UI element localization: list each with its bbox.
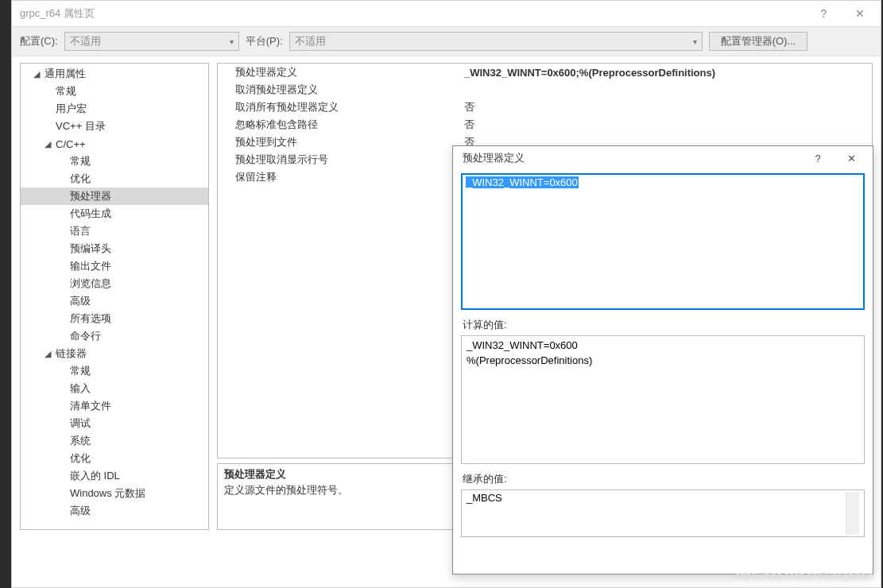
tree-item-cmdline[interactable]: 命令行 xyxy=(21,327,208,345)
grid-value: 否 xyxy=(459,100,872,114)
config-manager-button[interactable]: 配置管理器(O)... xyxy=(709,32,808,51)
grid-key: 预处理取消显示行号 xyxy=(218,153,459,167)
calculated-value-line: _WIN32_WINNT=0x600 xyxy=(467,338,859,353)
titlebar: grpc_r64 属性页 ? ✕ xyxy=(12,1,881,26)
close-button[interactable]: ✕ xyxy=(842,2,877,25)
help-button[interactable]: ? xyxy=(806,2,842,25)
tree-item-advanced[interactable]: 高级 xyxy=(21,292,208,310)
scrollbar[interactable] xyxy=(846,492,859,535)
tree-item-common-properties[interactable]: ◢通用属性 xyxy=(21,65,208,83)
tree-item-linker-winmeta[interactable]: Windows 元数据 xyxy=(21,485,208,502)
config-value: 不适用 xyxy=(70,34,101,48)
tree-item-output-files[interactable]: 输出文件 xyxy=(21,257,208,275)
inherited-label: 继承的值: xyxy=(463,472,865,486)
grid-row[interactable]: 预处理器定义 _WIN32_WINNT=0x600;%(Preprocessor… xyxy=(218,64,872,81)
popup-title: 预处理器定义 xyxy=(463,151,801,165)
arrow-down-icon: ◢ xyxy=(45,139,56,149)
tree-item-linker-general[interactable]: 常规 xyxy=(21,362,208,380)
tree-item-linker-input[interactable]: 输入 xyxy=(21,380,208,397)
tree-item-c-cpp[interactable]: ◢C/C++ xyxy=(21,135,208,153)
platform-combo[interactable]: 不适用 ▾ xyxy=(289,32,703,51)
edit-selected-text: _WIN32_WINNT=0x600 xyxy=(466,176,579,188)
calculated-value-box: _WIN32_WINNT=0x600 %(PreprocessorDefinit… xyxy=(461,335,865,464)
grid-row[interactable]: 取消预处理器定义 xyxy=(218,81,872,99)
popup-help-button[interactable]: ? xyxy=(801,147,835,169)
config-combo[interactable]: 不适用 ▾ xyxy=(64,32,239,51)
chevron-down-icon: ▾ xyxy=(693,37,697,46)
inherited-value-line: _MBCS xyxy=(467,492,846,504)
grid-key: 保留注释 xyxy=(218,170,459,184)
grid-row[interactable]: 忽略标准包含路径 否 xyxy=(218,116,872,133)
grid-value: _WIN32_WINNT=0x600;%(PreprocessorDefinit… xyxy=(459,67,872,79)
grid-key: 忽略标准包含路径 xyxy=(218,118,459,132)
tree-item-user-macros[interactable]: 用户宏 xyxy=(21,100,208,118)
property-tree[interactable]: ◢通用属性 常规 用户宏 VC++ 目录 ◢C/C++ 常规 优化 预处理器 代… xyxy=(21,64,208,529)
tree-item-linker-idl[interactable]: 嵌入的 IDL xyxy=(21,467,208,485)
popup-titlebar: 预处理器定义 ? ✕ xyxy=(453,146,873,170)
inherited-value-box: _MBCS xyxy=(461,489,865,537)
popup-close-button[interactable]: ✕ xyxy=(835,147,868,169)
toolbar: 配置(C): 不适用 ▾ 平台(P): 不适用 ▾ 配置管理器(O)... xyxy=(12,26,881,56)
tree-item-optimization[interactable]: 优化 xyxy=(21,170,208,188)
tree-panel: ◢通用属性 常规 用户宏 VC++ 目录 ◢C/C++ 常规 优化 预处理器 代… xyxy=(20,63,209,530)
tree-item-linker-system[interactable]: 系统 xyxy=(21,432,208,450)
window-title: grpc_r64 属性页 xyxy=(20,6,806,21)
grid-row[interactable]: 取消所有预处理器定义 否 xyxy=(218,99,872,116)
popup-body: _WIN32_WINNT=0x600 计算的值: _WIN32_WINNT=0x… xyxy=(453,170,873,545)
calculated-label: 计算的值: xyxy=(463,318,865,332)
grid-key: 预处理器定义 xyxy=(218,65,459,79)
tree-item-browse-info[interactable]: 浏览信息 xyxy=(21,275,208,292)
property-page-window: grpc_r64 属性页 ? ✕ 配置(C): 不适用 ▾ 平台(P): 不适用… xyxy=(11,0,881,588)
tree-item-precompiled[interactable]: 预编译头 xyxy=(21,240,208,257)
tree-item-preprocessor[interactable]: 预处理器 xyxy=(21,188,208,205)
preprocessor-definitions-popup: 预处理器定义 ? ✕ _WIN32_WINNT=0x600 计算的值: _WIN… xyxy=(452,145,873,574)
arrow-down-icon: ◢ xyxy=(33,69,45,79)
tree-item-linker-adv[interactable]: 高级 xyxy=(21,502,208,520)
config-label: 配置(C): xyxy=(20,34,58,48)
content: ◢通用属性 常规 用户宏 VC++ 目录 ◢C/C++ 常规 优化 预处理器 代… xyxy=(12,56,881,587)
tree-item-linker-opt[interactable]: 优化 xyxy=(21,450,208,467)
tree-item-cpp-general[interactable]: 常规 xyxy=(21,153,208,170)
tree-item-general[interactable]: 常规 xyxy=(21,83,208,100)
grid-key: 取消预处理器定义 xyxy=(218,83,459,97)
tree-item-linker-debug[interactable]: 调试 xyxy=(21,415,208,432)
platform-value: 不适用 xyxy=(295,34,326,48)
preprocessor-edit-box[interactable]: _WIN32_WINNT=0x600 xyxy=(461,173,865,310)
calculated-value-line: %(PreprocessorDefinitions) xyxy=(467,353,859,368)
arrow-down-icon: ◢ xyxy=(45,349,56,359)
platform-label: 平台(P): xyxy=(246,34,283,48)
grid-value: 否 xyxy=(459,118,872,132)
grid-key: 预处理到文件 xyxy=(218,135,459,149)
tree-item-all-options[interactable]: 所有选项 xyxy=(21,310,208,327)
tree-item-code-gen[interactable]: 代码生成 xyxy=(21,205,208,222)
tree-item-linker-manifest[interactable]: 清单文件 xyxy=(21,397,208,415)
chevron-down-icon: ▾ xyxy=(230,37,234,46)
tree-item-language[interactable]: 语言 xyxy=(21,222,208,240)
tree-item-vc-dirs[interactable]: VC++ 目录 xyxy=(21,118,208,135)
grid-key: 取消所有预处理器定义 xyxy=(218,100,459,114)
tree-item-linker[interactable]: ◢链接器 xyxy=(21,345,208,362)
